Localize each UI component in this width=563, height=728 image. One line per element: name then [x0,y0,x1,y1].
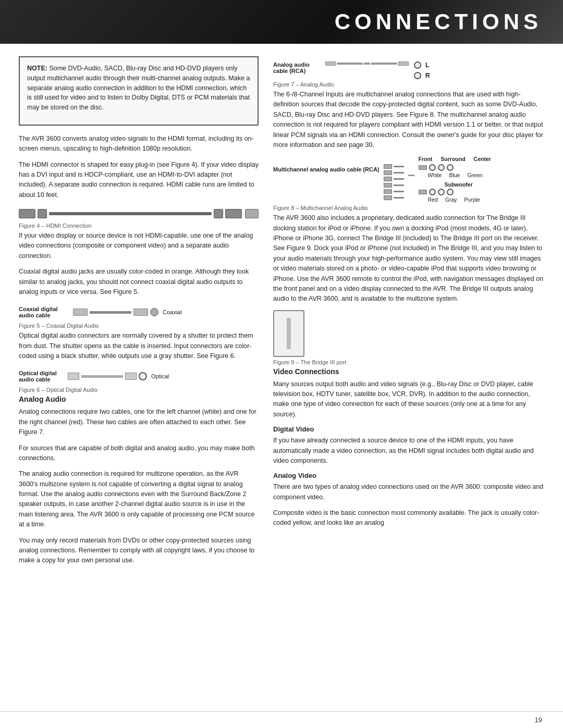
left-para3: If your video display or source device i… [19,231,259,261]
rca-row-L: L [414,61,430,69]
hdmi-plug-right [225,209,242,218]
note-text: NOTE: Some DVD-Audio, SACD, Blu-ray Disc… [27,64,250,113]
figure4-caption: Figure 4 – HDMI Connection [19,223,259,229]
multi-gray-label: Gray [445,196,457,203]
multi-line-1 [394,166,404,167]
figure4-container: Figure 4 – HDMI Connection [19,206,259,229]
right-column: Analog audio cable (RCA) [273,56,544,699]
analog-label-line2: cable (RCA) [273,68,320,74]
coax-label: Coaxial digital audio cable [19,306,71,318]
left-para6: Analog connections require two cables, o… [19,407,259,437]
figure6-container: Optical digital audio cable Optical Figu… [19,367,259,393]
left-para7: For sources that are capable of both dig… [19,443,259,464]
rca-circle-R [414,72,421,79]
multi-conn-row1 [419,164,491,171]
optical-connector [139,372,147,380]
lr-label-L: L [425,61,429,69]
left-para8: The analog audio connection is required … [19,469,259,529]
coax-right-label: Coaxial [163,309,182,315]
multi-line-4 [394,184,404,186]
multi-plug-2 [384,170,392,175]
multi-line-6 [394,197,404,199]
multi-circle2 [438,164,445,171]
optical-label-line2: audio cable [19,376,66,382]
hdmi-end-cap [245,209,259,218]
analog-label-line1: Analog audio [273,61,320,68]
multi-left-label: Multichannel analog audio cable (RCA) [273,156,380,172]
page-title: CONNECTIONS [335,9,542,34]
multi-front-header: Front [419,156,433,162]
optical-plug-left [68,373,79,380]
multi-plug-4 [384,183,392,188]
multi-surround-header: Surround [440,156,465,162]
multi-line-2 [394,172,404,174]
rca-lr-connectors: L R [414,61,430,79]
multi-center-header: Center [474,156,491,162]
multi-circle3 [447,164,454,171]
figure6-caption: Figure 6 – Optical Digital Audio [19,387,259,393]
right-para6: Composite video is the basic connection … [273,508,544,528]
multi-cable-5 [384,189,404,194]
multi-plug-5 [384,189,392,194]
page-footer: 19 [0,711,563,728]
rca-circle-L [414,61,421,69]
multi-label-line1: Multichannel analog audio cable (RCA) [273,166,380,172]
multi-conn-row2 [419,189,491,195]
multi-line-3 [394,178,404,180]
rca-plug-b [398,61,409,66]
multi-green-label: Green [467,172,482,178]
content-area: NOTE: Some DVD-Audio, SACD, Blu-ray Disc… [0,44,563,711]
figure7-container: Analog audio cable (RCA) [273,61,544,88]
coax-plug-left [73,309,88,316]
video-connections-heading: Video Connections [273,367,544,376]
lr-label-R: R [425,72,430,79]
rca-line-b [371,63,397,65]
figure8-multi: Multichannel analog audio cable (RCA) [273,156,544,203]
digital-video-heading: Digital Video [273,425,544,433]
bridge-port-rect [273,310,304,357]
multi-cable-4 [384,183,404,188]
multi-cable-2 [384,170,404,175]
coax-label-line1: Coaxial digital [19,306,71,312]
analog-cable-visual [325,61,409,66]
coax-cable-line [90,311,131,314]
figure6-optical: Optical digital audio cable Optical [19,367,259,386]
rca-break [364,63,370,65]
figure5-caption: Figure 5 – Coaxial Digital Audio [19,323,259,329]
page-number: 19 [535,716,542,724]
coax-plug-right [133,309,148,316]
optical-right-label: Optical [151,373,169,379]
multi-circle5 [438,189,445,195]
left-para9: You may only record materials from DVDs … [19,536,259,566]
figure7-analog: Analog audio cable (RCA) [273,61,544,79]
multi-break [408,175,414,176]
multi-cable-rows [384,156,404,200]
hdmi-connector2 [214,209,223,218]
multi-color-row1: White Blue Green [419,172,491,178]
analog-audio-heading: Analog Audio [19,395,259,403]
multi-right-area: Front Surround Center [419,156,491,203]
left-para5: Optical digital audio connectors are nor… [19,331,259,361]
multi-color-row2: Red Gray Purple [419,196,491,203]
right-para1: The 6-/8-Channel Inputs are multichannel… [273,90,544,150]
multi-circle6 [447,189,454,195]
analog-video-heading: Analog Video [273,472,544,479]
figure8-caption: Figure 8 – Multichannel Analog Audio [273,205,544,211]
right-para2: The AVR 3600 also includes a proprietary… [273,213,544,304]
figure4-hdmi [19,206,259,221]
multi-plug-6 [384,195,392,200]
multi-col-headers: Front Surround Center [419,156,491,162]
hdmi-connector1 [38,209,47,218]
coax-end [150,308,158,316]
left-para1: The AVR 3600 converts analog video signa… [19,134,259,154]
figure5-coaxial: Coaxial digital audio cable Coaxial [19,303,259,322]
figure9-caption: Figure 9 – The Bridge III port [273,359,544,365]
multi-plug-3 [384,177,392,181]
left-para2: The HDMI connector is shaped for easy pl… [19,160,259,201]
multi-circle1 [429,164,436,171]
figure7-caption: Figure 7 – Analog Audio [273,81,544,88]
optical-label: Optical digital audio cable [19,370,66,382]
multi-conn-plug1 [419,165,427,170]
right-para3: Many sources output both audio and video… [273,379,544,420]
rca-plug-a [325,61,336,66]
